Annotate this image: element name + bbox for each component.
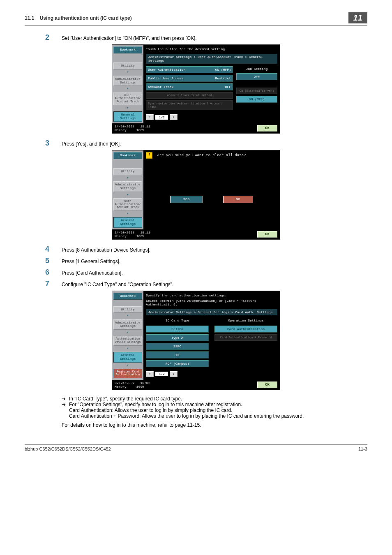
step-number: 2: [45, 34, 62, 41]
page-down-button[interactable]: ↓: [170, 114, 178, 120]
card-auth-option[interactable]: Card Authentication: [214, 326, 277, 333]
chevron-down-icon: ▾: [113, 177, 142, 180]
pager: ↑ 1/2 ↓: [146, 371, 209, 377]
public-user-row[interactable]: Public User AccessRestrict: [146, 75, 233, 82]
utility-button[interactable]: Utility: [113, 168, 142, 175]
section-name: Using authentication unit (IC card type): [40, 15, 132, 21]
status-left: 14/10/2008 15:11 Memory 100%: [115, 231, 150, 238]
admin-settings-button[interactable]: Administrator Settings: [113, 319, 142, 330]
side-nav: Bookmark Utility ▾ Administrator Setting…: [112, 291, 143, 380]
arrow-icon: ➔: [62, 402, 69, 407]
chevron-down-icon: ▾: [113, 331, 142, 334]
page-up-button[interactable]: ↑: [146, 371, 154, 377]
screenshot-general-settings: Bookmark Utility ▾ Administrator Setting…: [112, 44, 280, 134]
step-3: 3 Press [Yes], and then [OK].: [45, 139, 367, 147]
card-auth-password-option[interactable]: Card Authentication + Password: [214, 334, 277, 341]
external-server-option: ON (External Server): [236, 88, 277, 94]
user-auth-button[interactable]: User Authentication/ Account Track: [113, 198, 142, 211]
step-2: 2 Set [User Authentication] to "ON (MFP)…: [45, 34, 367, 41]
user-auth-button[interactable]: User Authentication/ Account Track: [113, 92, 142, 105]
step-6: 6Press [Card Authentication].: [45, 268, 367, 276]
account-track-row[interactable]: Account TrackOFF: [146, 83, 233, 90]
ok-button[interactable]: OK: [257, 231, 277, 238]
general-settings-button[interactable]: General Settings: [113, 217, 142, 228]
bullet-1: ➔In "IC Card Type", specify the required…: [62, 396, 367, 402]
user-auth-row[interactable]: User AuthenticationON (MFP): [146, 66, 233, 73]
bookmark-button[interactable]: Bookmark: [113, 293, 142, 300]
fcf-campus-option[interactable]: FCF (Campus): [146, 360, 209, 367]
step-5: 5Press [1 General Settings].: [45, 257, 367, 264]
footer-page: 11-3: [358, 446, 367, 451]
general-settings-button[interactable]: General Settings: [113, 352, 142, 363]
chevron-down-icon: ▾: [113, 194, 142, 197]
off-option[interactable]: OFF: [236, 73, 277, 80]
chapter-badge: 11: [348, 12, 367, 23]
general-settings-button[interactable]: General Settings: [113, 111, 142, 122]
ok-button[interactable]: OK: [257, 125, 277, 132]
instruction-text-1: Specify the card authentication settings…: [146, 293, 277, 299]
ssfc-option[interactable]: SSFC: [146, 343, 209, 350]
step-7: 7Configure "IC Card Type" and "Operation…: [45, 280, 367, 287]
arrow-icon: ➔: [62, 396, 69, 402]
page-indicator: 1/2: [155, 372, 168, 376]
chevron-down-icon: ▾: [113, 107, 142, 110]
felica-option[interactable]: FeliCa: [146, 326, 209, 333]
admin-settings-button[interactable]: Administrator Settings: [113, 181, 142, 192]
chevron-down-icon: ▾: [113, 88, 142, 90]
no-button[interactable]: No: [223, 196, 253, 203]
footer-model: bizhub C652/C652DS/C552/C552DS/C452: [25, 446, 111, 451]
chevron-down-icon: ▾: [113, 213, 142, 215]
breadcrumb: Administrator Settings > General Setting…: [146, 309, 277, 315]
yes-button[interactable]: Yes: [170, 196, 202, 203]
bullet-2a: Card Authentication: Allows the user to …: [69, 407, 367, 413]
screenshot-card-auth-settings: Bookmark Utility ▾ Administrator Setting…: [112, 291, 280, 390]
bookmark-button[interactable]: Bookmark: [113, 152, 142, 159]
side-nav: Bookmark Utility ▾ Administrator Setting…: [112, 150, 143, 229]
ic-card-type-header: IC Card Type: [146, 318, 209, 324]
instruction-text: Touch the button for the desired setting…: [146, 46, 277, 53]
bullet-2b: Card Authentication + Password: Allows t…: [69, 413, 367, 419]
acct-track-input-row: Account Track Input Method: [146, 92, 233, 99]
bullet-2: ➔For "Operation Settings", specify how t…: [62, 402, 367, 407]
screenshot-confirm-dialog: Bookmark Utility ▾ Administrator Setting…: [112, 150, 280, 239]
side-nav: Bookmark Utility ▾ Administrator Setting…: [112, 45, 143, 123]
step-text: Set [User Authentication] to "ON (MFP)",…: [62, 34, 197, 41]
step-4: 4Press [8 Authentication Device Settings…: [45, 245, 367, 253]
operation-settings-header: Operation Settings: [214, 318, 277, 324]
section-title: 11.1 Using authentication unit (IC card …: [25, 15, 132, 21]
register-card-button[interactable]: Register Card Authentication: [113, 369, 142, 378]
chevron-down-icon: ▾: [113, 347, 142, 350]
reference-line: For details on how to log in to this mac…: [62, 422, 367, 428]
utility-button[interactable]: Utility: [113, 306, 142, 313]
chevron-down-icon: ▾: [113, 314, 142, 317]
page-footer: bizhub C652/C652DS/C552/C552DS/C452 11-3: [25, 444, 367, 451]
page-down-button[interactable]: ↓: [170, 371, 178, 377]
type-a-option[interactable]: Type A: [146, 334, 209, 341]
fcf-option[interactable]: FCF: [146, 352, 209, 358]
page-header: 11.1 Using authentication unit (IC card …: [25, 12, 367, 25]
bookmark-button[interactable]: Bookmark: [113, 46, 142, 53]
breadcrumb: Administrator Settings > User Auth/Accou…: [146, 54, 277, 64]
confirm-prompt: Are you sure you want to clear all data?: [146, 152, 277, 159]
pager: ↑ 1/2 ↓: [146, 114, 233, 120]
status-left: 14/10/2008 15:11 Memory 100%: [115, 125, 150, 132]
page-indicator: 1/2: [155, 115, 168, 120]
on-mfp-option[interactable]: ON (MFP): [236, 96, 277, 103]
section-number: 11.1: [25, 15, 34, 21]
job-setting-label: Job Setting: [236, 66, 277, 72]
step-text: Press [Yes], and then [OK].: [62, 139, 121, 147]
admin-settings-button[interactable]: Administrator Settings: [113, 76, 142, 86]
warning-icon: [146, 152, 152, 159]
instruction-text-2: Select between [Card Authentication] or …: [146, 299, 277, 308]
step-number: 3: [45, 139, 62, 147]
auth-device-button[interactable]: Authentication Device Settings: [113, 336, 142, 345]
sync-user-auth-row: Synchronize User Authen- tication & Acco…: [146, 100, 233, 110]
chevron-down-icon: ▾: [113, 364, 142, 367]
page-up-button[interactable]: ↑: [146, 114, 154, 120]
status-left: 09/24/2009 10:02 Memory 100%: [115, 381, 150, 388]
chevron-down-icon: ▾: [113, 71, 142, 74]
ok-button[interactable]: OK: [257, 382, 277, 388]
utility-button[interactable]: Utility: [113, 62, 142, 69]
